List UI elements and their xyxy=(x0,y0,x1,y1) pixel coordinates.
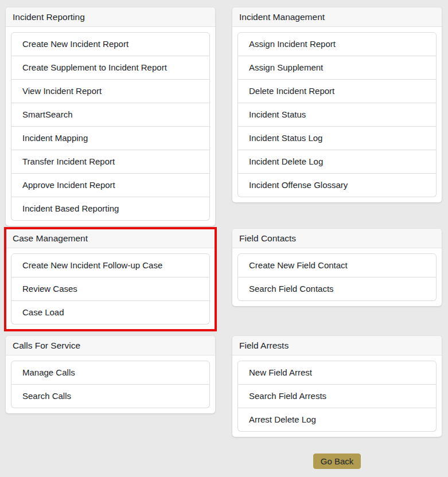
card-body-field-arrests: New Field Arrest Search Field Arrests Ar… xyxy=(232,355,442,437)
menu-item-approve-incident-report[interactable]: Approve Incident Report xyxy=(11,174,210,197)
menu-row-1: Incident Reporting Create New Incident R… xyxy=(6,7,442,226)
column-right: Field Contacts Create New Field Contact … xyxy=(232,229,442,306)
menu-item-create-new-incident-report[interactable]: Create New Incident Report xyxy=(11,32,210,56)
card-case-management: Case Management Create New Incident Foll… xyxy=(6,229,215,330)
menu-item-view-incident-report[interactable]: View Incident Report xyxy=(11,80,210,103)
menu-list-incident-reporting: Create New Incident Report Create Supple… xyxy=(11,32,210,221)
column-left: Calls For Service Manage Calls Search Ca… xyxy=(6,336,215,413)
card-body-case-management: Create New Incident Follow-up Case Revie… xyxy=(6,248,215,330)
card-body-calls-for-service: Manage Calls Search Calls xyxy=(6,355,215,413)
menu-item-incident-mapping[interactable]: Incident Mapping xyxy=(11,127,210,150)
card-title-case-management: Case Management xyxy=(6,229,215,248)
card-field-arrests: Field Arrests New Field Arrest Search Fi… xyxy=(232,336,442,437)
card-title-calls-for-service: Calls For Service xyxy=(6,336,215,355)
menu-item-incident-offense-glossary[interactable]: Incident Offense Glossary xyxy=(237,174,437,197)
card-title-field-contacts: Field Contacts xyxy=(232,229,442,248)
menu-page: Incident Reporting Create New Incident R… xyxy=(0,0,448,469)
menu-item-search-field-arrests[interactable]: Search Field Arrests xyxy=(237,385,437,408)
column-right: Incident Management Assign Incident Repo… xyxy=(232,7,442,202)
menu-row-3: Calls For Service Manage Calls Search Ca… xyxy=(6,336,442,437)
menu-item-create-new-field-contact[interactable]: Create New Field Contact xyxy=(237,253,437,277)
menu-item-incident-based-reporting[interactable]: Incident Based Reporting xyxy=(11,197,210,221)
menu-item-incident-status[interactable]: Incident Status xyxy=(237,103,437,127)
card-incident-reporting: Incident Reporting Create New Incident R… xyxy=(6,7,215,226)
menu-list-calls-for-service: Manage Calls Search Calls xyxy=(11,361,210,408)
menu-item-incident-status-log[interactable]: Incident Status Log xyxy=(237,127,437,150)
card-calls-for-service: Calls For Service Manage Calls Search Ca… xyxy=(6,336,215,413)
column-left: Case Management Create New Incident Foll… xyxy=(6,229,215,330)
card-field-contacts: Field Contacts Create New Field Contact … xyxy=(232,229,442,306)
menu-list-incident-management: Assign Incident Report Assign Supplement… xyxy=(237,32,437,197)
menu-item-new-field-arrest[interactable]: New Field Arrest xyxy=(237,361,437,385)
menu-item-assign-incident-report[interactable]: Assign Incident Report xyxy=(237,32,437,56)
card-body-incident-reporting: Create New Incident Report Create Supple… xyxy=(6,27,215,226)
menu-item-transfer-incident-report[interactable]: Transfer Incident Report xyxy=(11,150,210,174)
menu-item-manage-calls[interactable]: Manage Calls xyxy=(11,361,210,385)
menu-list-field-arrests: New Field Arrest Search Field Arrests Ar… xyxy=(237,361,437,432)
card-title-incident-reporting: Incident Reporting xyxy=(6,7,215,27)
menu-item-search-field-contacts[interactable]: Search Field Contacts xyxy=(237,277,437,301)
menu-list-field-contacts: Create New Field Contact Search Field Co… xyxy=(237,253,437,301)
menu-item-search-calls[interactable]: Search Calls xyxy=(11,385,210,408)
menu-item-arrest-delete-log[interactable]: Arrest Delete Log xyxy=(237,408,437,432)
menu-item-delete-incident-report[interactable]: Delete Incident Report xyxy=(237,80,437,103)
menu-list-case-management: Create New Incident Follow-up Case Revie… xyxy=(11,253,210,324)
column-right: Go Back xyxy=(232,453,442,469)
column-right: Field Arrests New Field Arrest Search Fi… xyxy=(232,336,442,437)
footer-row: Go Back xyxy=(6,453,442,469)
menu-item-create-new-incident-follow-up-case[interactable]: Create New Incident Follow-up Case xyxy=(11,253,210,277)
card-body-incident-management: Assign Incident Report Assign Supplement… xyxy=(232,27,442,202)
menu-item-case-load[interactable]: Case Load xyxy=(11,301,210,324)
card-incident-management: Incident Management Assign Incident Repo… xyxy=(232,7,442,202)
column-left: Incident Reporting Create New Incident R… xyxy=(6,7,215,226)
card-body-field-contacts: Create New Field Contact Search Field Co… xyxy=(232,248,442,306)
menu-item-create-supplement-to-incident-report[interactable]: Create Supplement to Incident Report xyxy=(11,56,210,80)
menu-item-smartsearch[interactable]: SmartSearch xyxy=(11,103,210,127)
case-management-highlight-wrap: Case Management Create New Incident Foll… xyxy=(6,229,215,330)
menu-item-assign-supplement[interactable]: Assign Supplement xyxy=(237,56,437,80)
menu-item-incident-delete-log[interactable]: Incident Delete Log xyxy=(237,150,437,174)
card-title-field-arrests: Field Arrests xyxy=(232,336,442,355)
card-title-incident-management: Incident Management xyxy=(232,7,442,27)
menu-item-review-cases[interactable]: Review Cases xyxy=(11,277,210,301)
go-back-button[interactable]: Go Back xyxy=(313,453,361,469)
menu-row-2: Case Management Create New Incident Foll… xyxy=(6,229,442,330)
